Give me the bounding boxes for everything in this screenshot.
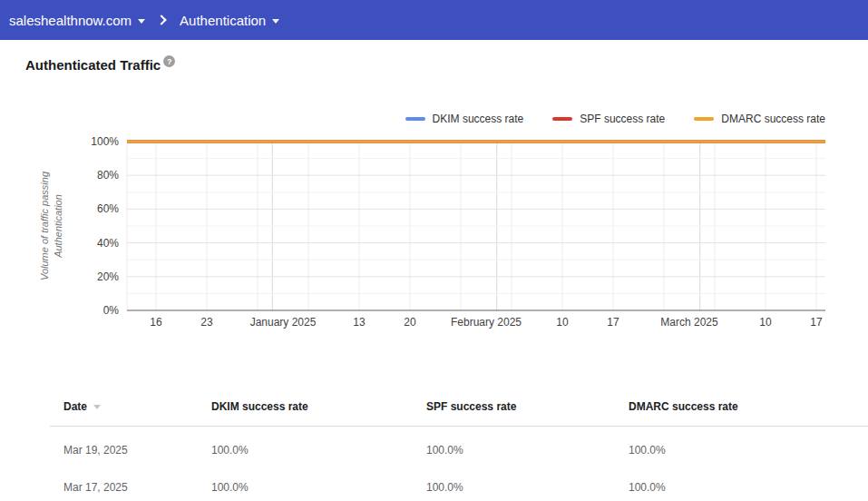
cell-rate-value: 100.0%	[615, 444, 868, 457]
x-tick-label: 13	[353, 316, 366, 329]
x-tick-label: 23	[200, 316, 213, 329]
top-nav-bar: saleshealthnow.com Authentication	[0, 0, 868, 40]
table-row: Mar 17, 2025100.0%100.0%100.0%	[50, 468, 868, 501]
cell-rate-value: 100.0%	[413, 444, 615, 457]
cell-rate-value: 100.0%	[198, 481, 413, 494]
y-tick-label: 80%	[97, 169, 119, 182]
page-title-row: Authenticated Traffic ?	[25, 57, 175, 73]
x-tick-label: 10	[759, 316, 772, 329]
cell-rate-value: 100.0%	[198, 444, 413, 457]
cell-date: Mar 17, 2025	[50, 481, 198, 494]
y-tick-label: 20%	[97, 270, 119, 283]
table-header-row: Date DKIM success rate SPF success rate …	[50, 393, 868, 427]
domain-name: saleshealthnow.com	[9, 13, 132, 28]
x-tick-label: 16	[150, 316, 162, 329]
chart-plot-area: 100%80%60%40%20%0%1623January 20251320Fe…	[0, 95, 868, 345]
authenticated-traffic-chart: DKIM success rateSPF success rateDMARC s…	[0, 95, 868, 345]
caret-down-icon	[272, 19, 279, 24]
authentication-results-table: Date DKIM success rate SPF success rate …	[50, 393, 868, 501]
column-header-dmarc[interactable]: DMARC success rate	[615, 400, 868, 413]
caret-down-icon	[138, 19, 145, 24]
y-tick-label: 40%	[97, 237, 119, 250]
domain-selector[interactable]: saleshealthnow.com	[9, 13, 145, 28]
column-header-spf[interactable]: SPF success rate	[413, 400, 615, 413]
x-tick-label: February 2025	[451, 316, 522, 329]
y-tick-label: 0%	[103, 304, 120, 317]
x-tick-label: 17	[607, 316, 619, 329]
section-name: Authentication	[180, 13, 266, 28]
page-title: Authenticated Traffic	[25, 57, 161, 73]
column-header-dkim[interactable]: DKIM success rate	[198, 400, 413, 413]
sort-desc-icon	[93, 405, 101, 409]
column-header-date[interactable]: Date	[50, 400, 198, 413]
breadcrumb-chevron-icon	[156, 15, 166, 25]
cell-date: Mar 19, 2025	[50, 444, 198, 457]
x-tick-label: January 2025	[250, 316, 317, 329]
x-tick-label: 20	[404, 316, 416, 329]
cell-rate-value: 100.0%	[413, 481, 615, 494]
cell-rate-value: 100.0%	[615, 481, 868, 494]
y-tick-label: 100%	[91, 135, 119, 148]
x-tick-label: March 2025	[660, 316, 718, 329]
x-tick-label: 17	[810, 316, 823, 329]
table-body: Mar 19, 2025100.0%100.0%100.0%Mar 17, 20…	[50, 431, 868, 501]
y-axis-title: Volume of traffic passing Authentication	[38, 172, 65, 280]
y-tick-label: 60%	[97, 202, 119, 215]
table-row: Mar 19, 2025100.0%100.0%100.0%	[50, 431, 868, 468]
section-selector[interactable]: Authentication	[180, 13, 279, 28]
help-icon[interactable]: ?	[163, 55, 175, 67]
x-tick-label: 10	[556, 316, 569, 329]
